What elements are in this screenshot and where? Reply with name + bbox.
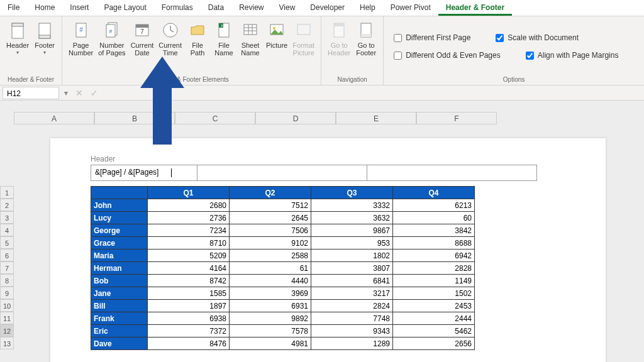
name-box-dropdown-icon[interactable]: ▾ — [62, 89, 70, 97]
table-row[interactable]: George7234750698673842 — [91, 224, 475, 237]
value-cell[interactable]: 2453 — [393, 300, 475, 312]
table-row[interactable]: Eric7372757893435462 — [91, 325, 475, 337]
column-header-B[interactable]: B — [94, 112, 175, 124]
table-row[interactable]: Bill1897693128242453 — [91, 300, 475, 312]
row-header-4[interactable]: 4 — [0, 224, 14, 236]
row-header-3[interactable]: 3 — [0, 211, 14, 224]
tab-home[interactable]: Home — [27, 0, 62, 16]
value-cell[interactable]: 2444 — [393, 312, 475, 325]
row-name-cell[interactable]: Frank — [91, 312, 148, 325]
table-row[interactable]: Grace871091029538688 — [91, 237, 475, 250]
table-row[interactable]: Herman41646138072828 — [91, 262, 475, 275]
value-cell[interactable]: 8688 — [393, 237, 475, 250]
value-cell[interactable]: 9343 — [311, 325, 393, 337]
value-cell[interactable]: 953 — [311, 237, 393, 250]
row-name-cell[interactable]: Bob — [91, 275, 148, 287]
table-row[interactable]: Lucy27362645363260 — [91, 212, 475, 224]
value-cell[interactable]: 6213 — [393, 199, 475, 212]
value-cell[interactable]: 1802 — [311, 250, 393, 262]
row-header-10[interactable]: 10 — [0, 299, 14, 312]
value-cell[interactable]: 3332 — [311, 199, 393, 212]
data-table[interactable]: Q1Q2Q3Q4 John2680751233326213Lucy2736264… — [91, 186, 475, 350]
value-cell[interactable]: 61 — [230, 262, 311, 275]
value-cell[interactable]: 2736 — [148, 212, 230, 224]
column-header-E[interactable]: E — [336, 112, 416, 124]
value-cell[interactable]: 8742 — [148, 275, 230, 287]
row-name-cell[interactable]: Jane — [91, 287, 148, 300]
row-name-cell[interactable]: Herman — [91, 262, 148, 275]
table-header[interactable] — [91, 187, 148, 199]
tab-insert[interactable]: Insert — [62, 0, 96, 16]
table-header[interactable]: Q4 — [393, 187, 475, 199]
row-header-5[interactable]: 5 — [0, 236, 14, 249]
value-cell[interactable]: 1585 — [148, 287, 230, 300]
value-cell[interactable]: 2656 — [393, 337, 475, 350]
goto-footer-button[interactable]: Go toFooter — [353, 19, 379, 74]
value-cell[interactable]: 3842 — [393, 224, 475, 237]
current-time-button[interactable]: CurrentTime — [156, 19, 184, 74]
row-header-11[interactable]: 11 — [0, 312, 14, 324]
value-cell[interactable]: 3807 — [311, 262, 393, 275]
value-cell[interactable]: 7512 — [230, 199, 311, 212]
different-first-page-checkbox[interactable]: Different First Page — [394, 33, 470, 42]
picture-button[interactable]: Picture — [264, 19, 290, 74]
column-header-C[interactable]: C — [175, 112, 255, 124]
value-cell[interactable]: 2645 — [230, 212, 311, 224]
row-header-8[interactable]: 8 — [0, 274, 14, 287]
table-row[interactable]: Jane1585396932171502 — [91, 287, 475, 300]
value-cell[interactable]: 7748 — [311, 312, 393, 325]
value-cell[interactable]: 4164 — [148, 262, 230, 275]
value-cell[interactable]: 7234 — [148, 224, 230, 237]
value-cell[interactable]: 4981 — [230, 337, 311, 350]
column-header-D[interactable]: D — [255, 112, 336, 124]
row-name-cell[interactable]: Lucy — [91, 212, 148, 224]
different-odd-even-checkbox[interactable]: Different Odd & Even Pages — [394, 51, 501, 60]
file-name-button[interactable]: XFileName — [211, 19, 237, 74]
table-header[interactable]: Q2 — [230, 187, 311, 199]
name-box[interactable]: H12 — [3, 87, 59, 99]
header-right-box[interactable] — [367, 165, 537, 181]
value-cell[interactable]: 8476 — [148, 337, 230, 350]
value-cell[interactable]: 6942 — [393, 250, 475, 262]
row-name-cell[interactable]: Maria — [91, 250, 148, 262]
value-cell[interactable]: 5462 — [393, 325, 475, 337]
row-name-cell[interactable]: Eric — [91, 325, 148, 337]
header-edit-area[interactable]: &[Page] / &[Pages] — [91, 165, 537, 181]
value-cell[interactable]: 1149 — [393, 275, 475, 287]
footer-button[interactable]: Footer — [31, 19, 58, 74]
value-cell[interactable]: 7506 — [230, 224, 311, 237]
row-name-cell[interactable]: John — [91, 199, 148, 212]
value-cell[interactable]: 9892 — [230, 312, 311, 325]
header-center-box[interactable] — [197, 165, 367, 181]
value-cell[interactable]: 1897 — [148, 300, 230, 312]
row-name-cell[interactable]: Grace — [91, 237, 148, 250]
row-header-9[interactable]: 9 — [0, 287, 14, 299]
tab-file[interactable]: File — [0, 0, 27, 16]
tab-view[interactable]: View — [272, 0, 303, 16]
column-header-A[interactable]: A — [14, 112, 94, 124]
row-name-cell[interactable]: George — [91, 224, 148, 237]
row-header-12[interactable]: 12 — [0, 324, 14, 337]
value-cell[interactable]: 5209 — [148, 250, 230, 262]
header-button[interactable]: Header — [4, 19, 31, 74]
row-header-6[interactable]: 6 — [0, 249, 14, 261]
value-cell[interactable]: 2588 — [230, 250, 311, 262]
scale-with-document-checkbox[interactable]: Scale with Document — [496, 33, 579, 42]
tab-header-footer[interactable]: Header & Footer — [438, 0, 512, 16]
value-cell[interactable]: 2828 — [393, 262, 475, 275]
align-page-margins-checkbox[interactable]: Align with Page Margins — [526, 51, 619, 60]
current-date-button[interactable]: 7CurrentDate — [128, 19, 157, 74]
tab-developer[interactable]: Developer — [303, 0, 352, 16]
table-row[interactable]: Frank6938989277482444 — [91, 312, 475, 325]
value-cell[interactable]: 9867 — [311, 224, 393, 237]
value-cell[interactable]: 2680 — [148, 199, 230, 212]
value-cell[interactable]: 7372 — [148, 325, 230, 337]
value-cell[interactable]: 9102 — [230, 237, 311, 250]
page-number-button[interactable]: #PageNumber — [66, 19, 96, 74]
table-row[interactable]: Maria5209258818026942 — [91, 250, 475, 262]
tab-power-pivot[interactable]: Power Pivot — [383, 0, 438, 16]
value-cell[interactable]: 6938 — [148, 312, 230, 325]
sheet-name-button[interactable]: SheetName — [237, 19, 264, 74]
value-cell[interactable]: 4440 — [230, 275, 311, 287]
row-name-cell[interactable]: Dave — [91, 337, 148, 350]
